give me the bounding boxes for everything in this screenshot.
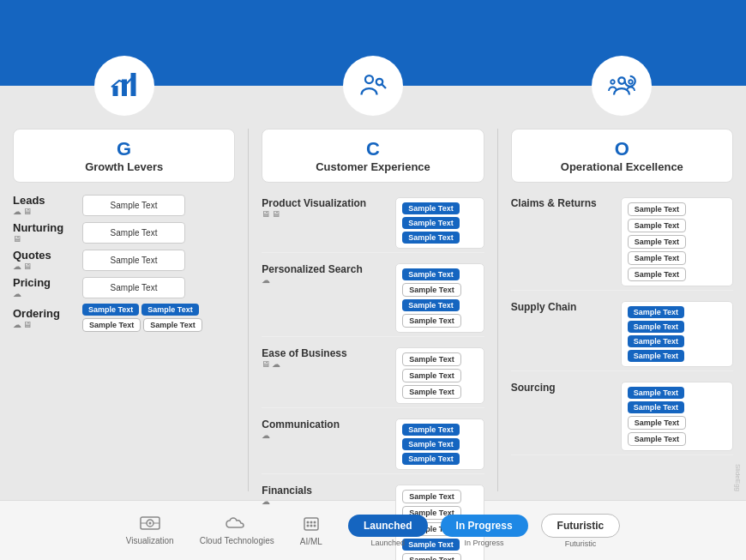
bar-chart-icon bbox=[109, 70, 140, 101]
growth-levers-letter: G bbox=[22, 138, 226, 160]
ordering-badge-2: Sample Text bbox=[141, 304, 198, 316]
claims-returns-label: Claims & Returns bbox=[511, 197, 614, 209]
sou-badge-3: Sample Text bbox=[628, 416, 686, 430]
futuristic-legend-label: Futuristic bbox=[565, 539, 597, 548]
ordering-badge-1: Sample Text bbox=[82, 304, 139, 316]
leads-label: Leads bbox=[13, 194, 77, 207]
pv-badge-2: Sample Text bbox=[402, 217, 459, 229]
fin-badge-5: Sample Text bbox=[402, 553, 460, 560]
futuristic-legend: Futuristic Futuristic bbox=[541, 514, 621, 548]
cloud-icon-6: ☁ bbox=[272, 359, 280, 369]
ease-of-business-icons: 🖥 ☁ bbox=[262, 359, 390, 369]
communication-row: Communication ☁ Sample Text Sample Text … bbox=[262, 415, 484, 474]
quotes-badge[interactable]: Sample Text bbox=[82, 250, 185, 271]
svg-point-7 bbox=[611, 80, 615, 84]
svg-point-15 bbox=[306, 521, 309, 524]
operational-excellence-column: O Operational Excellence Claims & Return… bbox=[511, 129, 733, 491]
ordering-row: Ordering ☁ 🖥 Sample Text Sample Text Sam… bbox=[13, 304, 235, 332]
monitor-icon-6: 🖥 bbox=[272, 209, 280, 219]
claims-returns-row: Claims & Returns Sample Text Sample Text… bbox=[511, 194, 733, 291]
eob-badge-2: Sample Text bbox=[402, 369, 460, 382]
comm-badge-2: Sample Text bbox=[402, 438, 459, 450]
monitor-icon-5: 🖥 bbox=[262, 209, 270, 219]
nurturing-icons: 🖥 bbox=[13, 234, 77, 244]
footer-legend: Launched Launched In Progress In Progres… bbox=[348, 514, 620, 548]
quotes-icons: ☁ 🖥 bbox=[13, 262, 77, 271]
cloud-tech-footer-label: Cloud Technologies bbox=[200, 536, 274, 545]
financials-icons: ☁ bbox=[262, 497, 390, 506]
cloud-tech-footer-item: Cloud Technologies bbox=[200, 515, 274, 545]
sou-badge-4: Sample Text bbox=[628, 432, 686, 446]
cloud-icon-5: ☁ bbox=[262, 275, 270, 285]
eob-badge-1: Sample Text bbox=[402, 352, 460, 366]
cloud-icon: ☁ bbox=[13, 207, 21, 216]
ease-of-business-row: Ease of Business 🖥 ☁ Sample Text Sample … bbox=[262, 344, 484, 408]
in-progress-legend-label: In Progress bbox=[465, 539, 504, 547]
launched-legend: Launched Launched bbox=[348, 515, 428, 547]
growth-levers-title: Growth Levers bbox=[22, 160, 226, 173]
pricing-row: Pricing ☁ Sample Text bbox=[13, 276, 235, 298]
cloud-tech-icon bbox=[225, 515, 249, 533]
in-progress-button[interactable]: In Progress bbox=[441, 515, 528, 537]
pv-badge-1: Sample Text bbox=[402, 202, 459, 214]
ps-badge-4: Sample Text bbox=[402, 314, 460, 328]
divider-1 bbox=[248, 129, 249, 491]
launched-button[interactable]: Launched bbox=[348, 515, 428, 537]
nurturing-badge[interactable]: Sample Text bbox=[82, 222, 185, 244]
sourcing-label: Sourcing bbox=[511, 382, 614, 394]
ordering-badges: Sample Text Sample Text Sample Text Samp… bbox=[82, 304, 235, 332]
sc-badge-1: Sample Text bbox=[628, 306, 684, 318]
comm-badge-1: Sample Text bbox=[402, 424, 459, 436]
monitor-icon-7: 🖥 bbox=[262, 359, 270, 369]
ps-badge-2: Sample Text bbox=[402, 283, 460, 297]
sourcing-row: Sourcing Sample Text Sample Text Sample … bbox=[511, 378, 733, 455]
visualization-footer-item: Visualization bbox=[126, 515, 174, 545]
cr-badge-3: Sample Text bbox=[628, 235, 686, 249]
gear-people-icon bbox=[606, 70, 637, 101]
cr-badge-4: Sample Text bbox=[628, 251, 686, 265]
ps-badge-1: Sample Text bbox=[402, 268, 459, 280]
svg-point-4 bbox=[376, 79, 383, 86]
supply-chain-badges: Sample Text Sample Text Sample Text Samp… bbox=[621, 301, 733, 367]
ease-of-business-badges: Sample Text Sample Text Sample Text bbox=[395, 347, 484, 404]
svg-point-8 bbox=[629, 80, 633, 84]
top-banner bbox=[0, 0, 746, 86]
monitor-icon: 🖥 bbox=[23, 207, 32, 216]
quotes-row: Quotes ☁ 🖥 Sample Text bbox=[13, 249, 235, 271]
svg-line-5 bbox=[382, 85, 387, 89]
quotes-label: Quotes bbox=[13, 249, 77, 262]
customer-exp-title: Customer Experience bbox=[271, 160, 474, 173]
futuristic-button[interactable]: Futuristic bbox=[541, 514, 621, 538]
growth-levers-column: G Growth Levers Leads ☁ 🖥 Sample Text Nu… bbox=[13, 129, 235, 491]
pv-badge-3: Sample Text bbox=[402, 232, 459, 244]
ordering-badge-4: Sample Text bbox=[143, 318, 202, 332]
visualization-footer-label: Visualization bbox=[126, 536, 174, 545]
communication-badges: Sample Text Sample Text Sample Text bbox=[395, 418, 484, 470]
watermark: SlideEgg bbox=[734, 464, 742, 491]
operational-excellence-header: O Operational Excellence bbox=[511, 129, 733, 183]
personalized-search-label: Personalized Search bbox=[262, 263, 390, 275]
operational-excellence-title: Operational Excellence bbox=[520, 160, 724, 173]
main-content: G Growth Levers Leads ☁ 🖥 Sample Text Nu… bbox=[0, 86, 746, 500]
pricing-badge[interactable]: Sample Text bbox=[82, 277, 185, 298]
in-progress-legend: In Progress In Progress bbox=[441, 515, 528, 547]
leads-badge[interactable]: Sample Text bbox=[82, 195, 185, 216]
operational-excellence-letter: O bbox=[520, 138, 724, 160]
growth-levers-icon-circle bbox=[94, 56, 154, 116]
ordering-label: Ordering bbox=[13, 307, 77, 320]
supply-chain-row: Supply Chain Sample Text Sample Text Sam… bbox=[511, 298, 733, 371]
cr-badge-1: Sample Text bbox=[628, 202, 686, 216]
people-search-icon bbox=[358, 70, 388, 101]
fin-badge-1: Sample Text bbox=[402, 490, 460, 503]
personalized-search-icons: ☁ bbox=[262, 275, 390, 285]
personalized-search-row: Personalized Search ☁ Sample Text Sample… bbox=[262, 260, 484, 337]
aiml-footer-label: AI/ML bbox=[300, 537, 322, 546]
sou-badge-2: Sample Text bbox=[628, 401, 684, 413]
ordering-icons: ☁ 🖥 bbox=[13, 320, 77, 329]
monitor-icon-4: 🖥 bbox=[23, 320, 32, 329]
svg-point-6 bbox=[618, 77, 625, 84]
svg-point-20 bbox=[313, 525, 316, 527]
aiml-footer-item: AI/ML bbox=[300, 515, 322, 546]
product-viz-label: Product Visualization bbox=[262, 197, 390, 209]
customer-exp-column: C Customer Experience Product Visualizat… bbox=[262, 129, 484, 491]
